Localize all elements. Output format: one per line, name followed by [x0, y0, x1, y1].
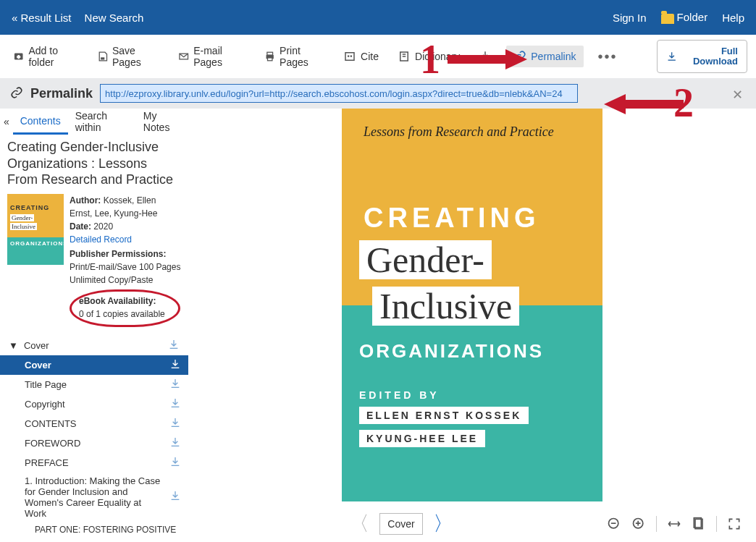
- cite-icon: [343, 50, 356, 63]
- publisher-permissions-label: Publisher Permissions:: [70, 247, 181, 261]
- publisher-permissions-2: Unlimited Copy/Paste: [70, 274, 181, 287]
- download-icon[interactable]: [169, 358, 181, 372]
- permalink-heading: Permalink: [30, 86, 93, 101]
- download-icon[interactable]: [169, 417, 181, 431]
- next-page-button[interactable]: 〉: [433, 510, 453, 538]
- email-pages-label: E-mail Pages: [193, 45, 245, 68]
- page-viewer: Lessons from Research and Practice CREAT…: [188, 109, 756, 542]
- download-icon[interactable]: [169, 456, 181, 470]
- toc-section-label: Cover: [24, 340, 49, 351]
- print-pages-button[interactable]: Print Pages: [260, 42, 329, 71]
- svg-rect-12: [170, 347, 178, 348]
- save-icon: [97, 50, 108, 63]
- svg-rect-19: [172, 499, 180, 500]
- toc-item-label: 1. Introduction: Making the Case for Gen…: [25, 475, 169, 519]
- cover-edited-by: EDITED BY: [359, 389, 440, 401]
- svg-rect-10: [481, 59, 490, 62]
- date-label: Date:: [70, 221, 91, 232]
- sign-in-link[interactable]: Sign In: [613, 12, 647, 24]
- svg-rect-17: [172, 445, 180, 446]
- toc-item-chapter-1[interactable]: 1. Introduction: Making the Case for Gen…: [0, 473, 188, 522]
- close-permalink-button[interactable]: ✕: [732, 87, 743, 103]
- toc-item-part-one[interactable]: PART ONE: FOSTERING POSITIVE: [0, 522, 188, 538]
- help-link[interactable]: Help: [722, 12, 744, 24]
- cover-line-inclusive: Inclusive: [372, 287, 519, 326]
- folder-icon: [661, 14, 674, 24]
- toc-item-title-page[interactable]: Title Page: [0, 375, 188, 394]
- permalink-button[interactable]: Permalink: [506, 46, 583, 67]
- cover-editor-1: ELLEN ERNST KOSSEK: [359, 407, 529, 424]
- download-icon[interactable]: [168, 339, 180, 352]
- new-search-link[interactable]: New Search: [85, 12, 144, 24]
- toc-item-foreword[interactable]: FOREWORD: [0, 433, 188, 453]
- toc-item-label: PREFACE: [25, 457, 69, 468]
- tab-contents[interactable]: Contents: [13, 109, 68, 135]
- email-pages-button[interactable]: E-mail Pages: [174, 42, 250, 71]
- export-icon: [479, 50, 492, 63]
- permalink-label: Permalink: [531, 51, 576, 62]
- folder-link[interactable]: Folder: [661, 11, 708, 23]
- link-icon: [10, 86, 23, 101]
- cover-editor-2: KYUNG-HEE LEE: [359, 430, 485, 447]
- toc-item-copyright[interactable]: Copyright: [0, 394, 188, 414]
- viewer-controls: 〈 Cover 〉: [188, 506, 756, 542]
- svg-rect-13: [172, 367, 180, 368]
- detailed-record-link[interactable]: Detailed Record: [70, 233, 181, 246]
- download-icon[interactable]: [169, 436, 181, 450]
- export-button[interactable]: [474, 47, 496, 66]
- full-download-button[interactable]: Full Download: [657, 40, 747, 74]
- toc-item-cover[interactable]: Cover: [0, 355, 188, 375]
- author-label: Author:: [70, 195, 101, 206]
- link-icon: [513, 50, 526, 63]
- side-tabs: « Contents Search within My Notes: [0, 109, 188, 135]
- table-of-contents: ▼ Cover Cover Title Page Copyright CONTE…: [0, 336, 188, 538]
- download-icon[interactable]: [169, 397, 181, 411]
- cover-line-creating: CREATING: [364, 203, 540, 234]
- svg-rect-16: [172, 425, 180, 426]
- toc-item-preface[interactable]: PREFACE: [0, 453, 188, 473]
- page-canvas[interactable]: Lessons from Research and Practice CREAT…: [188, 109, 756, 506]
- cite-button[interactable]: Cite: [339, 47, 383, 66]
- add-to-folder-button[interactable]: Add to folder: [9, 42, 83, 71]
- record-metadata: Author: Kossek, Ellen Ernst, Lee, Kyung-…: [70, 194, 181, 327]
- fullscreen-button[interactable]: [727, 517, 742, 531]
- save-pages-button[interactable]: Save Pages: [93, 42, 164, 71]
- main-body: « Contents Search within My Notes Creati…: [0, 109, 756, 542]
- prev-page-button[interactable]: 〈: [349, 510, 369, 538]
- fit-width-button[interactable]: [667, 517, 681, 531]
- print-pages-label: Print Pages: [280, 45, 324, 68]
- more-actions-button[interactable]: •••: [594, 48, 622, 65]
- cover-line-gender: Gender-: [359, 240, 492, 279]
- toc-item-label: Cover: [25, 360, 51, 370]
- collapse-panel-button[interactable]: «: [0, 116, 13, 127]
- tab-my-notes[interactable]: My Notes: [136, 104, 188, 139]
- download-icon: [666, 50, 677, 63]
- dictionary-button[interactable]: Dictionary: [393, 47, 464, 66]
- toc-item-label: Copyright: [25, 399, 65, 410]
- divider: [656, 516, 657, 532]
- zoom-out-button[interactable]: [607, 517, 621, 531]
- download-icon[interactable]: [169, 490, 181, 504]
- permalink-url-input[interactable]: [100, 84, 578, 103]
- fit-page-button[interactable]: [692, 517, 706, 531]
- date-value: 2020: [93, 221, 113, 232]
- download-icon[interactable]: [169, 378, 181, 391]
- svg-rect-5: [266, 52, 272, 55]
- toc-section-cover[interactable]: ▼ Cover: [0, 336, 188, 355]
- save-pages-label: Save Pages: [112, 45, 159, 68]
- cover-thumbnail[interactable]: CREATINGGender-Inclusive ORGANIZATIONS: [7, 194, 64, 265]
- toc-item-label: PART ONE: FOSTERING POSITIVE: [35, 525, 176, 535]
- svg-rect-14: [172, 386, 180, 387]
- tab-search-within[interactable]: Search within: [68, 104, 136, 139]
- svg-rect-8: [345, 53, 354, 61]
- zoom-in-button[interactable]: [631, 517, 646, 531]
- ebook-availability-circled: eBook Availability: 0 of 1 copies availa…: [70, 289, 180, 327]
- result-list-link[interactable]: « Result List: [12, 12, 72, 24]
- page-indicator[interactable]: Cover: [379, 513, 422, 535]
- cover-line-organizations: ORGANIZATIONS: [359, 340, 544, 363]
- ebook-availability-label: eBook Availability:: [79, 296, 156, 306]
- toc-item-contents[interactable]: CONTENTS: [0, 414, 188, 433]
- print-icon: [264, 50, 275, 63]
- svg-rect-3: [101, 57, 104, 59]
- divider: [716, 516, 717, 532]
